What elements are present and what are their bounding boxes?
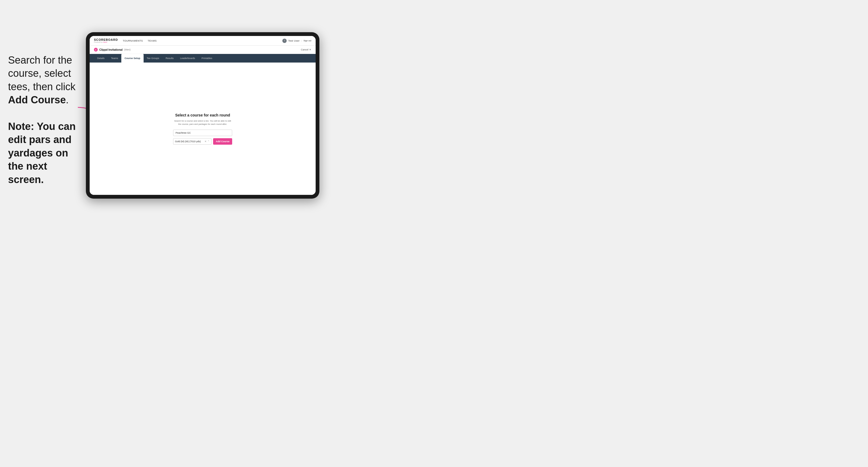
- separator: |: [302, 39, 302, 42]
- logo-text: SCOREBOARD: [94, 38, 118, 41]
- tournament-title: C Clippd Invitational (Men): [94, 48, 130, 52]
- tee-row: Gold (M) (M) (7010 yds) ✕ ⌃ Add Course: [173, 138, 232, 145]
- tee-select-text: Gold (M) (M) (7010 yds): [175, 140, 201, 143]
- tournament-name: Clippd Invitational: [99, 48, 123, 51]
- user-name: Test User: [288, 39, 300, 42]
- nav-bar: SCOREBOARD Powered by clippd TOURNAMENTS…: [90, 36, 316, 45]
- tee-select-wrapper[interactable]: Gold (M) (M) (7010 yds) ✕ ⌃: [173, 138, 212, 145]
- sign-out-link[interactable]: Sign out: [304, 39, 311, 42]
- tee-select-controls: ✕ ⌃: [205, 140, 210, 143]
- nav-teams[interactable]: TEAMS: [148, 39, 157, 42]
- nav-left: SCOREBOARD Powered by clippd TOURNAMENTS…: [94, 38, 157, 43]
- tablet-screen: SCOREBOARD Powered by clippd TOURNAMENTS…: [90, 36, 316, 195]
- course-select-subtitle: Search for a course and select a tee. Yo…: [173, 119, 232, 126]
- tablet-device: SCOREBOARD Powered by clippd TOURNAMENTS…: [86, 32, 319, 198]
- tab-course-setup[interactable]: Course Setup: [121, 54, 144, 63]
- course-select-title: Select a course for each round: [175, 113, 230, 117]
- annotation-area: Search for the course, select tees, then…: [8, 54, 83, 186]
- tab-bar: Details Teams Course Setup Tee Groups Re…: [90, 54, 316, 63]
- tab-teams[interactable]: Teams: [108, 54, 122, 63]
- tab-printables[interactable]: Printables: [198, 54, 216, 63]
- tab-tee-groups[interactable]: Tee Groups: [144, 54, 163, 63]
- clear-icon[interactable]: ✕: [205, 140, 207, 143]
- nav-tournaments[interactable]: TOURNAMENTS: [123, 39, 143, 42]
- cancel-x-icon: ✕: [309, 48, 311, 51]
- annotation-text: Search for the course, select tees, then…: [8, 54, 83, 186]
- annotation-note: Note: You can edit pars and yardages on …: [8, 121, 76, 185]
- tab-leaderboards[interactable]: Leaderboards: [177, 54, 198, 63]
- tab-results[interactable]: Results: [162, 54, 177, 63]
- tab-details[interactable]: Details: [94, 54, 108, 63]
- clippd-text: clippd: [103, 41, 107, 43]
- cancel-button[interactable]: Cancel ✕: [301, 48, 311, 51]
- annotation-bold: Add Course: [8, 94, 66, 105]
- user-avatar: T: [282, 39, 287, 43]
- tournament-gender: (Men): [124, 48, 131, 51]
- tournament-icon: C: [94, 48, 98, 52]
- main-content: Select a course for each round Search fo…: [90, 63, 316, 195]
- add-course-button[interactable]: Add Course: [213, 138, 232, 145]
- course-search-input[interactable]: [173, 130, 232, 136]
- chevron-icon[interactable]: ⌃: [208, 140, 210, 143]
- nav-right: T Test User | Sign out: [282, 39, 311, 43]
- logo-area: SCOREBOARD Powered by clippd: [94, 38, 118, 43]
- logo-powered: Powered by clippd: [94, 41, 118, 43]
- tournament-header: C Clippd Invitational (Men) Cancel ✕: [90, 45, 316, 54]
